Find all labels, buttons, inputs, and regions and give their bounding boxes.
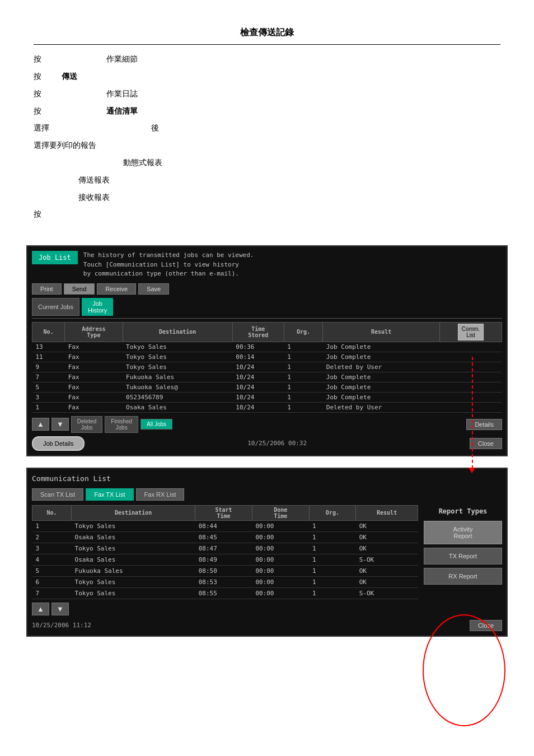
comm-panel-title: Communication List bbox=[32, 473, 502, 484]
comm-scroll-down[interactable]: ▼ bbox=[51, 603, 69, 615]
cell-result: OK bbox=[356, 565, 418, 576]
cell-done: 00:00 bbox=[252, 587, 309, 599]
report-types-title: Report Types bbox=[424, 507, 502, 515]
comm-list-button[interactable]: Comm.List bbox=[458, 324, 484, 340]
cell-time: 10/24 bbox=[232, 362, 284, 372]
cell-org: 1 bbox=[309, 565, 356, 576]
instr-row-5: 選擇 後 bbox=[34, 119, 500, 137]
table-row[interactable]: 3 Tokyo Sales 08:47 00:00 1 OK bbox=[32, 543, 418, 554]
cell-result: Deleted by User bbox=[323, 402, 440, 412]
cell-time: 10/24 bbox=[232, 402, 284, 412]
comm-scroll-up[interactable]: ▲ bbox=[32, 603, 49, 615]
cell-org: 1 bbox=[309, 531, 356, 543]
comm-table-section: No. Destination StartTime DoneTime Org. … bbox=[32, 505, 418, 615]
all-jobs-filter[interactable]: All Jobs bbox=[140, 419, 172, 430]
arrow-head bbox=[469, 468, 475, 473]
cell-result: OK bbox=[356, 576, 418, 587]
job-tab-row: Current Jobs JobHistory bbox=[32, 298, 502, 319]
cell-dest: Tokyo Sales bbox=[72, 520, 195, 531]
instr-label-5: 選擇 bbox=[34, 119, 50, 137]
cell-dest: Osaka Sales bbox=[72, 554, 195, 565]
cell-time: 10/24 bbox=[232, 372, 284, 382]
table-row[interactable]: 5 Fax Tukuoka Sales@ 10/24 1 Job Complet… bbox=[32, 382, 502, 392]
cell-result: Job Complete bbox=[323, 352, 440, 362]
finished-jobs-filter[interactable]: FinishedJobs bbox=[105, 416, 138, 433]
cell-done: 00:00 bbox=[252, 543, 309, 554]
table-row[interactable]: 9 Fax Tokyo Sales 10/24 1 Deleted by Use… bbox=[32, 362, 502, 372]
instr-row-3: 按 作業日誌 bbox=[34, 85, 500, 102]
col-result: Result bbox=[323, 322, 440, 342]
cell-dest: Tokyo Sales bbox=[72, 576, 195, 587]
scroll-up-button[interactable]: ▲ bbox=[32, 418, 49, 431]
receive-tab-button[interactable]: Receive bbox=[97, 283, 136, 295]
comm-close-button[interactable]: Close bbox=[470, 620, 502, 631]
instr-text-7: 動態式報表 bbox=[123, 154, 162, 171]
table-row[interactable]: 2 Osaka Sales 08:45 00:00 1 OK bbox=[32, 531, 418, 543]
cell-result: Job Complete bbox=[323, 392, 440, 402]
activity-report-button[interactable]: ActivityReport bbox=[424, 521, 502, 544]
current-jobs-tab[interactable]: Current Jobs bbox=[32, 298, 79, 316]
job-close-button[interactable]: Close bbox=[470, 438, 502, 449]
table-row[interactable]: 1 Tokyo Sales 08:44 00:00 1 OK bbox=[32, 520, 418, 531]
comm-tab-row: Scan TX List Fax TX List Fax RX List bbox=[32, 488, 502, 501]
cell-result: S-OK bbox=[356, 554, 418, 565]
cell-start: 08:50 bbox=[195, 565, 252, 576]
cell-org: 1 bbox=[284, 372, 323, 382]
job-history-tab[interactable]: JobHistory bbox=[82, 298, 113, 316]
deleted-jobs-filter[interactable]: DeletedJobs bbox=[71, 416, 102, 433]
table-row[interactable]: 6 Tokyo Sales 08:53 00:00 1 OK bbox=[32, 576, 418, 587]
report-types-section: Report Types ActivityReport TX Report RX… bbox=[424, 505, 502, 615]
scan-tx-tab[interactable]: Scan TX List bbox=[32, 488, 83, 501]
fax-rx-tab[interactable]: Fax RX List bbox=[136, 488, 185, 501]
instruction-section: 檢查傳送記錄 按 作業細節 按 傳送 按 作業日誌 按 通信清單 選擇 後 選擇… bbox=[11, 11, 523, 240]
cell-no: 4 bbox=[32, 554, 72, 565]
report-oval-annotation bbox=[423, 614, 505, 726]
instr-text-1: 作業細節 bbox=[62, 50, 138, 68]
table-row[interactable]: 7 Fax Fukuoka Sales 10/24 1 Job Complete bbox=[32, 372, 502, 382]
instr-row-2: 按 傳送 bbox=[34, 68, 500, 85]
cell-dest: Tukuoka Sales@ bbox=[123, 382, 232, 392]
comm-table: No. Destination StartTime DoneTime Org. … bbox=[32, 505, 418, 599]
cell-no: 1 bbox=[32, 520, 72, 531]
cell-type: Fax bbox=[65, 392, 123, 402]
table-row[interactable]: 13 Fax Tokyo Sales 00:36 1 Job Complete bbox=[32, 342, 502, 352]
cell-start: 08:47 bbox=[195, 543, 252, 554]
col-time-stored: TimeStored bbox=[232, 322, 284, 342]
job-details-button[interactable]: Job Details bbox=[32, 436, 85, 451]
instr-label-10: 按 bbox=[34, 206, 50, 223]
cell-result: OK bbox=[356, 520, 418, 531]
table-row[interactable]: 1 Fax Osaka Sales 10/24 1 Deleted by Use… bbox=[32, 402, 502, 412]
cell-time: 00:14 bbox=[232, 352, 284, 362]
instr-row-9: 接收報表 bbox=[34, 189, 500, 206]
cell-dest: Tokyo Sales bbox=[72, 587, 195, 599]
table-row[interactable]: 3 Fax 0523456789 10/24 1 Job Complete bbox=[32, 392, 502, 402]
comm-content: No. Destination StartTime DoneTime Org. … bbox=[32, 505, 502, 615]
details-button[interactable]: Details bbox=[466, 419, 502, 430]
table-row[interactable]: 11 Fax Tokyo Sales 00:14 1 Job Complete bbox=[32, 352, 502, 362]
job-list-button[interactable]: Job List bbox=[32, 251, 78, 264]
cell-no: 6 bbox=[32, 576, 72, 587]
scroll-down-button[interactable]: ▼ bbox=[51, 418, 69, 431]
cell-result: OK bbox=[356, 543, 418, 554]
print-tab-button[interactable]: Print bbox=[32, 283, 62, 295]
job-header-text: The history of transmitted jobs can be v… bbox=[83, 251, 254, 279]
comm-col-done: DoneTime bbox=[252, 505, 309, 520]
cell-type: Fax bbox=[65, 382, 123, 392]
cell-no: 3 bbox=[32, 392, 65, 402]
fax-tx-tab[interactable]: Fax TX List bbox=[86, 488, 133, 501]
cell-start: 08:49 bbox=[195, 554, 252, 565]
send-tab-button[interactable]: Send bbox=[64, 283, 95, 295]
instr-row-10: 按 bbox=[34, 206, 500, 223]
table-row[interactable]: 4 Osaka Sales 08:49 00:00 1 S-OK bbox=[32, 554, 418, 565]
cell-no: 9 bbox=[32, 362, 65, 372]
save-tab-button[interactable]: Save bbox=[138, 283, 169, 295]
rx-report-button[interactable]: RX Report bbox=[424, 568, 502, 585]
cell-start: 08:53 bbox=[195, 576, 252, 587]
table-row[interactable]: 5 Fukuoka Sales 08:50 00:00 1 OK bbox=[32, 565, 418, 576]
col-address-type: AddressType bbox=[65, 322, 123, 342]
cell-dest: Osaka Sales bbox=[123, 402, 232, 412]
comm-timestamp: 10/25/2006 11:12 bbox=[32, 622, 91, 629]
tx-report-button[interactable]: TX Report bbox=[424, 548, 502, 564]
table-row[interactable]: 7 Tokyo Sales 08:55 00:00 1 S-OK bbox=[32, 587, 418, 599]
instr-text-3: 作業日誌 bbox=[62, 85, 138, 102]
